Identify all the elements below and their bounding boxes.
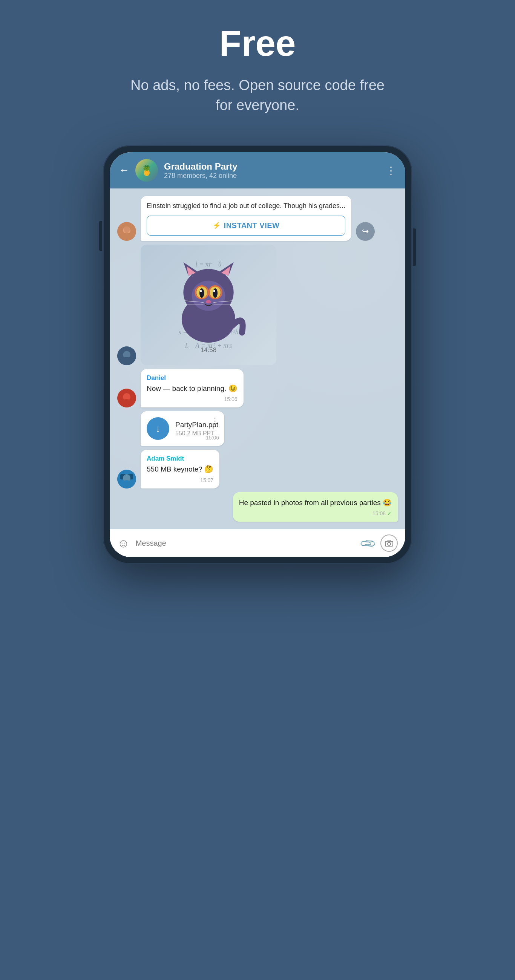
sticker-message: l = πr θ A = ... h s V = l³ P = 2πr A = … — [140, 245, 276, 365]
file-more-button[interactable]: ⋮ — [211, 417, 219, 426]
group-name: Graduation Party — [164, 161, 379, 172]
more-button[interactable]: ⋮ — [386, 164, 396, 177]
svg-point-2 — [121, 232, 132, 240]
svg-point-34 — [121, 480, 132, 488]
message-row: Adam Smidt 550 MB keynote? 🤔 15:07 — [117, 450, 398, 488]
sender-name: Adam Smidt — [147, 455, 214, 463]
group-members-info: 278 members, 42 online — [164, 172, 379, 180]
file-message: ↓ PartyPlan.ppt 550.2 MB PPT ⋮ 15:06 — [140, 411, 224, 446]
svg-point-18 — [200, 290, 202, 292]
avatar — [117, 222, 136, 241]
hero-subtitle: No ads, no fees. Open source code free f… — [126, 75, 389, 115]
phone-inner: ← 🍍 Graduation Party 278 members, 42 onl… — [110, 152, 405, 557]
svg-point-36 — [387, 542, 391, 546]
group-info: Graduation Party 278 members, 42 online — [164, 161, 379, 180]
emoji-button[interactable]: ☺ — [117, 536, 130, 550]
instant-view-button[interactable]: ⚡ INSTANT VIEW — [147, 216, 345, 235]
message-text: He pasted in photos from all previous pa… — [239, 498, 392, 509]
sticker-row: l = πr θ A = ... h s V = l³ P = 2πr A = … — [117, 245, 398, 365]
outgoing-message: He pasted in photos from all previous pa… — [233, 492, 398, 522]
message-text: Now — back to planning. 😉 — [147, 383, 238, 394]
daniel-message: Daniel Now — back to planning. 😉 15:06 — [140, 369, 244, 408]
lightning-icon: ⚡ — [213, 221, 221, 229]
chat-body: Einstein struggled to find a job out of … — [110, 188, 405, 529]
svg-point-23 — [206, 300, 211, 304]
adam-message: Adam Smidt 550 MB keynote? 🤔 15:07 — [140, 450, 219, 488]
message-time: 15:08 — [239, 511, 392, 516]
file-time: 15:06 — [206, 434, 219, 441]
download-button[interactable]: ↓ — [147, 417, 169, 440]
sender-name: Daniel — [147, 374, 238, 382]
phone-outer: ← 🍍 Graduation Party 278 members, 42 onl… — [103, 145, 412, 564]
avatar — [117, 347, 136, 365]
link-message-text: Einstein struggled to find a job out of … — [140, 196, 351, 211]
message-input[interactable] — [136, 539, 355, 548]
attach-button[interactable]: 📎 — [359, 534, 376, 552]
file-message-row: ↓ PartyPlan.ppt 550.2 MB PPT ⋮ 15:06 — [117, 411, 398, 446]
forward-button[interactable]: ↪ — [356, 222, 375, 241]
input-bar: ☺ 📎 — [110, 529, 405, 557]
avatar — [117, 388, 136, 407]
sticker-time: 14:58 — [201, 347, 217, 354]
svg-point-19 — [213, 290, 215, 292]
camera-button[interactable] — [380, 535, 398, 552]
svg-point-3 — [124, 226, 130, 232]
outgoing-message-row: He pasted in photos from all previous pa… — [117, 492, 398, 522]
svg-point-30 — [121, 399, 132, 407]
message-time: 15:07 — [147, 477, 214, 483]
phone-mockup: ← 🍍 Graduation Party 278 members, 42 onl… — [103, 145, 412, 564]
svg-point-16 — [199, 288, 204, 298]
instant-view-label: INSTANT VIEW — [224, 221, 280, 230]
link-message-bubble: Einstein struggled to find a job out of … — [140, 196, 351, 240]
cat-sticker — [163, 252, 254, 343]
svg-point-17 — [213, 288, 218, 298]
avatar — [117, 469, 136, 488]
message-text: 550 MB keynote? 🤔 — [147, 464, 214, 475]
group-avatar: 🍍 — [136, 159, 158, 182]
group-avatar-emoji: 🍍 — [140, 165, 153, 177]
chat-header: ← 🍍 Graduation Party 278 members, 42 onl… — [110, 152, 405, 188]
hero-title: Free — [219, 22, 296, 64]
message-time: 15:06 — [147, 396, 238, 402]
message-row: Daniel Now — back to planning. 😉 15:06 — [117, 369, 398, 408]
svg-point-6 — [121, 357, 132, 364]
back-button[interactable]: ← — [119, 165, 129, 176]
message-row: Einstein struggled to find a job out of … — [117, 196, 398, 240]
